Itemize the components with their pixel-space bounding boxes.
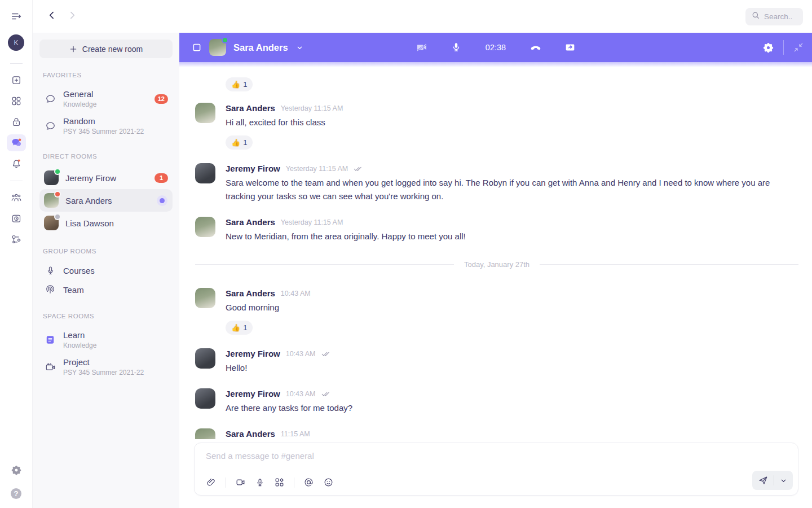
recordings-icon[interactable] — [7, 210, 26, 227]
message: Sara Anders 11:15 AM No more tasks for t… — [195, 428, 798, 439]
active-call-dot — [160, 198, 165, 203]
add-square-icon[interactable] — [7, 72, 26, 89]
sidebar-item-learn[interactable]: Learn Knowledge — [39, 326, 173, 353]
microphone-icon — [44, 265, 56, 276]
microphone-on-icon[interactable] — [450, 41, 462, 54]
avatar[interactable] — [195, 348, 215, 369]
emoji-smiley-icon[interactable] — [323, 477, 334, 488]
room-name: Learn — [63, 330, 96, 340]
divider — [10, 63, 23, 64]
attach-paperclip-icon[interactable] — [206, 477, 217, 488]
message-timestamp: 10:43 AM — [281, 290, 311, 297]
sidebar-item-project[interactable]: Project PSY 345 Summer 2021-22 — [39, 353, 173, 380]
apps-grid-icon[interactable] — [7, 93, 26, 110]
forward-arrow-icon[interactable] — [67, 10, 78, 23]
collapse-call-icon[interactable] — [793, 42, 804, 53]
message-input[interactable] — [206, 451, 719, 461]
message-text: Hello! — [226, 361, 330, 375]
thumbs-up-emoji: 👍 — [231, 323, 240, 332]
reaction-pill[interactable]: 👍 1 — [226, 135, 253, 150]
divider — [10, 181, 23, 181]
presence-offline-dot — [55, 214, 60, 219]
create-new-room-label: Create new room — [82, 45, 143, 54]
message-author[interactable]: Sara Anders — [226, 429, 275, 439]
sidebar-item-courses[interactable]: Courses — [39, 261, 173, 280]
call-header: Sara Anders 02:38 — [179, 33, 812, 62]
search-input[interactable] — [764, 12, 798, 21]
message-author[interactable]: Jeremy Firow — [226, 389, 280, 398]
help-icon[interactable] — [11, 488, 21, 499]
avatar[interactable] — [195, 428, 215, 439]
room-name: Team — [63, 285, 84, 295]
sidebar-item-random[interactable]: Random PSY 345 Summer 2021-22 — [39, 112, 173, 139]
video-message-icon[interactable] — [235, 477, 246, 488]
room-name: General — [63, 89, 96, 99]
reaction-pill[interactable]: 👍 1 — [226, 321, 253, 335]
send-options-chevron-icon[interactable] — [779, 476, 788, 485]
message-author[interactable]: Jeremy Firow — [226, 164, 280, 173]
chat-rooms-icon[interactable] — [7, 134, 26, 151]
integrations-grid-icon[interactable] — [274, 477, 285, 488]
collapse-menu-icon[interactable] — [0, 0, 32, 33]
presence-online-dot — [223, 38, 227, 42]
message-timestamp: Yesterday 11:15 AM — [281, 104, 343, 112]
avatar — [44, 193, 59, 208]
unread-badge: 1 — [155, 173, 168, 183]
sidebar-item-sara-anders[interactable]: Sara Anders — [39, 189, 173, 212]
message-timestamp: 10:43 AM — [286, 390, 316, 398]
section-title-group-rooms: GROUP ROOMS — [43, 248, 169, 255]
user-avatar[interactable]: K — [8, 34, 24, 51]
message-author[interactable]: Jeremy Firow — [226, 349, 280, 358]
voice-message-icon[interactable] — [255, 478, 265, 488]
room-subtitle: Knowledge — [63, 100, 96, 108]
message-author[interactable]: Sara Anders — [226, 103, 275, 113]
reaction-count: 1 — [243, 138, 247, 147]
chat-bubble-icon — [44, 93, 56, 105]
notes-document-icon — [44, 334, 56, 345]
participant-avatar — [209, 39, 226, 56]
message-author[interactable]: Sara Anders — [226, 217, 275, 227]
chevron-down-icon[interactable] — [295, 43, 304, 52]
section-title-space-rooms: SPACE ROOMS — [43, 313, 169, 319]
back-arrow-icon[interactable] — [46, 10, 58, 23]
message-timestamp: Yesterday 11:15 AM — [281, 218, 343, 226]
settings-gear-icon[interactable] — [7, 462, 26, 479]
notifications-bell-icon[interactable] — [7, 155, 26, 172]
message: Jeremy Firow 10:43 AM Hello! — [195, 348, 798, 375]
screen-share-icon[interactable] — [564, 41, 576, 54]
video-off-icon[interactable] — [415, 41, 429, 54]
room-subtitle: PSY 345 Summer 2021-22 — [63, 369, 144, 376]
mention-at-icon[interactable] — [303, 477, 314, 488]
sidebar-item-jeremy-firow[interactable]: Jeremy Firow 1 — [39, 167, 173, 189]
room-name: Lisa Dawson — [65, 218, 114, 228]
call-settings-gear-icon[interactable] — [762, 42, 774, 54]
app-window: K — [0, 0, 812, 508]
message-list[interactable]: 👍 1 Sara Anders Yesterday 11:15 AM Hi al… — [179, 62, 812, 439]
reaction-pill[interactable]: 👍 1 — [226, 77, 253, 91]
message-text: Good morning — [226, 301, 311, 314]
read-receipt-icon — [354, 165, 363, 172]
room-subtitle: PSY 345 Summer 2021-22 — [63, 128, 144, 135]
read-receipt-icon — [321, 351, 330, 357]
contacts-people-icon[interactable] — [7, 189, 26, 206]
create-new-room-button[interactable]: Create new room — [39, 40, 173, 58]
lock-icon[interactable] — [7, 113, 26, 130]
avatar[interactable] — [195, 388, 215, 409]
stop-square-icon[interactable] — [192, 42, 202, 52]
avatar[interactable] — [195, 288, 215, 308]
workflow-icon[interactable] — [7, 231, 26, 248]
presence-busy-dot — [55, 192, 60, 196]
avatar[interactable] — [195, 163, 215, 183]
sidebar-item-team[interactable]: Team — [39, 280, 173, 299]
plus-icon — [69, 45, 77, 53]
hang-up-icon[interactable] — [529, 41, 542, 54]
sidebar-item-general[interactable]: General Knowledge 12 — [39, 85, 173, 112]
avatar[interactable] — [195, 217, 215, 237]
message-author[interactable]: Sara Anders — [226, 288, 275, 298]
avatar[interactable] — [195, 103, 215, 123]
divider — [783, 40, 784, 55]
date-divider: Today, January 27th — [195, 260, 798, 269]
send-message-button[interactable] — [757, 475, 769, 486]
sidebar-item-lisa-dawson[interactable]: Lisa Dawson — [39, 212, 173, 234]
message: Jeremy Firow Yesterday 11:15 AM Sara wel… — [195, 163, 798, 203]
